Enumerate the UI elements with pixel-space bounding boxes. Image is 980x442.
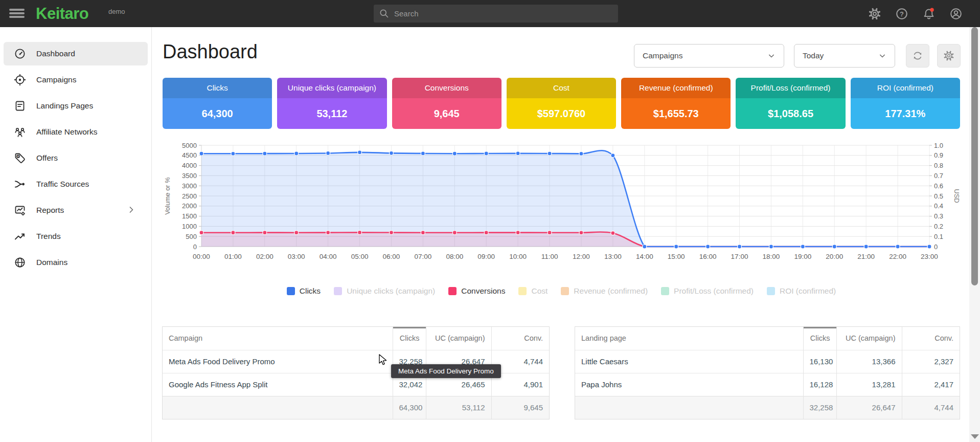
column-header-clicks[interactable]: Clicks bbox=[803, 327, 836, 350]
svg-text:02:00: 02:00 bbox=[256, 253, 274, 260]
legend-label: Revenue (confirmed) bbox=[574, 286, 648, 296]
metric-cards: Clicks64,300Unique clicks (campaign)53,1… bbox=[163, 78, 960, 129]
topbar-icons: ? bbox=[868, 0, 963, 27]
sidebar-item-landings-pages[interactable]: Landings Pages bbox=[4, 94, 148, 118]
legend-item-roi-confirmed-[interactable]: ROI (confirmed) bbox=[767, 286, 836, 296]
legend-swatch bbox=[561, 287, 569, 295]
sidebar-item-label: Campaigns bbox=[36, 75, 76, 84]
value-cell: 16,128 bbox=[803, 373, 836, 396]
metric-card-value: 177.31% bbox=[851, 98, 960, 129]
chevron-right-icon bbox=[126, 205, 136, 215]
total-cell bbox=[575, 396, 803, 419]
menu-toggle-icon[interactable] bbox=[9, 7, 26, 20]
sidebar-item-traffic-sources[interactable]: Traffic Sources bbox=[4, 172, 148, 196]
brand-logo: Keitaro bbox=[36, 5, 88, 23]
legend-label: Cost bbox=[531, 286, 548, 296]
sidebar-item-label: Traffic Sources bbox=[36, 180, 89, 189]
sidebar-item-offers[interactable]: $Offers bbox=[4, 146, 148, 170]
metric-card-value: 53,112 bbox=[277, 98, 386, 129]
search-input[interactable] bbox=[394, 5, 614, 23]
table-header-row: Landing pageClicksUC (campaign)Conv. bbox=[575, 327, 960, 350]
svg-text:03:00: 03:00 bbox=[288, 253, 305, 260]
sidebar-item-domains[interactable]: Domains bbox=[4, 251, 148, 274]
svg-text:3000: 3000 bbox=[182, 182, 197, 190]
value-cell: 13,366 bbox=[836, 350, 902, 373]
help-icon[interactable]: ? bbox=[895, 7, 908, 20]
metric-card-label: Unique clicks (campaign) bbox=[277, 78, 386, 98]
sidebar-item-campaigns[interactable]: Campaigns bbox=[4, 68, 148, 92]
legend-item-revenue-confirmed-[interactable]: Revenue (confirmed) bbox=[561, 286, 648, 296]
scroll-down-arrow-icon[interactable] bbox=[971, 434, 979, 439]
column-header-uc-campaign-[interactable]: UC (campaign) bbox=[426, 327, 491, 350]
campaign-name-cell[interactable]: Google Ads Fitness App Split bbox=[163, 373, 393, 396]
legend-swatch bbox=[287, 287, 295, 295]
landing-page-row[interactable]: Papa Johns16,12813,2812,417 bbox=[575, 373, 960, 396]
account-icon[interactable] bbox=[949, 7, 963, 20]
svg-text:0.4: 0.4 bbox=[934, 202, 943, 210]
group-select[interactable]: Campaigns bbox=[634, 44, 784, 68]
svg-text:0.1: 0.1 bbox=[934, 233, 943, 240]
landing-page-name-cell[interactable]: Papa Johns bbox=[575, 373, 803, 396]
bell-icon[interactable] bbox=[922, 7, 936, 20]
svg-text:04:00: 04:00 bbox=[320, 253, 337, 260]
sidebar-item-reports[interactable]: Reports bbox=[4, 198, 148, 222]
metric-card-label: ROI (confirmed) bbox=[851, 78, 960, 98]
metric-card-conversions: Conversions9,645 bbox=[392, 78, 502, 129]
legend-item-profit-loss-confirmed-[interactable]: Profit/Loss (confirmed) bbox=[661, 286, 754, 296]
sidebar-item-label: Affiliate Networks bbox=[36, 127, 97, 137]
legend-item-clicks[interactable]: Clicks bbox=[287, 286, 321, 296]
column-header-conv-[interactable]: Conv. bbox=[491, 327, 549, 350]
svg-text:0.5: 0.5 bbox=[934, 192, 943, 200]
metric-card-value: $1,058.65 bbox=[736, 98, 845, 129]
total-cell: 4,744 bbox=[902, 396, 960, 419]
svg-text:2500: 2500 bbox=[182, 192, 197, 200]
top-bar: Keitaro demo ? bbox=[0, 0, 980, 27]
sidebar-item-trends[interactable]: Trends bbox=[4, 225, 148, 248]
sidebar-item-affiliate-networks[interactable]: Affiliate Networks bbox=[4, 120, 148, 144]
svg-text:12:00: 12:00 bbox=[573, 253, 590, 260]
column-header-uc-campaign-[interactable]: UC (campaign) bbox=[836, 327, 902, 350]
target-icon bbox=[14, 74, 26, 86]
legend-swatch bbox=[661, 287, 669, 295]
scrollbar-thumb[interactable] bbox=[971, 27, 978, 285]
column-header-clicks[interactable]: Clicks bbox=[393, 327, 426, 350]
svg-text:4500: 4500 bbox=[182, 151, 197, 159]
svg-text:0: 0 bbox=[193, 243, 197, 251]
refresh-button[interactable] bbox=[906, 44, 929, 68]
total-cell: 53,112 bbox=[426, 396, 491, 419]
svg-text:06:00: 06:00 bbox=[383, 253, 400, 260]
gear-icon[interactable] bbox=[868, 7, 881, 20]
svg-text:1.0: 1.0 bbox=[934, 142, 943, 149]
total-cell: 64,300 bbox=[393, 396, 426, 419]
landing-page-row[interactable]: Little Caesars16,13013,3662,327 bbox=[575, 350, 960, 373]
campaign-name-cell[interactable]: Meta Ads Food Delivery Promo bbox=[163, 350, 393, 373]
value-cell: 13,281 bbox=[836, 373, 902, 396]
svg-text:3500: 3500 bbox=[182, 172, 197, 180]
legend-item-unique-clicks-campaign-[interactable]: Unique clicks (campaign) bbox=[334, 286, 435, 296]
legend-item-conversions[interactable]: Conversions bbox=[448, 286, 505, 296]
column-header-campaign[interactable]: Campaign bbox=[163, 327, 393, 350]
column-header-landing-page[interactable]: Landing page bbox=[575, 327, 803, 350]
svg-text:1000: 1000 bbox=[182, 223, 197, 230]
date-range-select[interactable]: Today bbox=[794, 44, 895, 68]
value-cell: 16,130 bbox=[803, 350, 836, 373]
svg-text:0: 0 bbox=[934, 243, 938, 251]
metric-card-label: Clicks bbox=[163, 78, 272, 98]
report-icon bbox=[14, 204, 26, 216]
metric-card-value: 64,300 bbox=[163, 98, 272, 129]
svg-text:15:00: 15:00 bbox=[668, 253, 685, 260]
total-cell bbox=[163, 396, 393, 419]
dashboard-settings-button[interactable] bbox=[937, 44, 961, 68]
total-cell: 9,645 bbox=[491, 396, 549, 419]
column-header-conv-[interactable]: Conv. bbox=[902, 327, 960, 350]
svg-text:22:00: 22:00 bbox=[889, 253, 906, 260]
svg-text:14:00: 14:00 bbox=[636, 253, 653, 260]
sidebar-item-dashboard[interactable]: Dashboard bbox=[4, 42, 148, 65]
landing-page-name-cell[interactable]: Little Caesars bbox=[575, 350, 803, 373]
svg-text:01:00: 01:00 bbox=[224, 253, 242, 260]
svg-text:500: 500 bbox=[186, 233, 197, 240]
metric-card-value: $597.0760 bbox=[507, 98, 616, 129]
svg-text:Volume or %: Volume or % bbox=[164, 177, 171, 215]
totals-row: 32,25826,6474,744 bbox=[575, 396, 960, 419]
legend-item-cost[interactable]: Cost bbox=[518, 286, 548, 296]
